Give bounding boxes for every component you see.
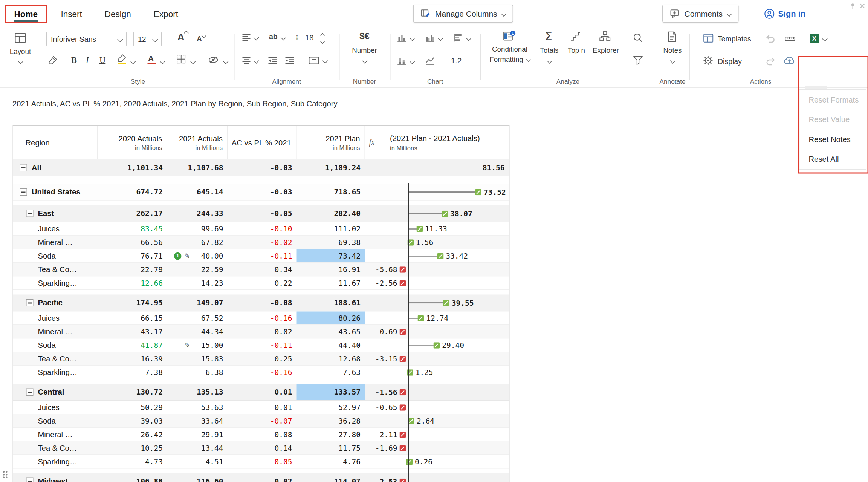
region-label[interactable]: Sparkling…: [38, 458, 78, 466]
region-label[interactable]: Tea & Co…: [38, 444, 77, 453]
cell[interactable]: 33.64: [167, 415, 228, 428]
bold-button[interactable]: B: [71, 55, 77, 65]
cell[interactable]: -0.05: [228, 205, 297, 222]
cell[interactable]: -0.08: [228, 295, 297, 311]
region-label[interactable]: All: [32, 164, 41, 172]
cell[interactable]: East: [13, 205, 98, 222]
cell[interactable]: Sparkling…: [13, 277, 98, 290]
ruler-icon[interactable]: [784, 35, 796, 43]
cell[interactable]: 0.02: [228, 325, 297, 338]
collapse-toggle-icon[interactable]: [26, 478, 34, 482]
cell[interactable]: 52.97: [297, 401, 365, 414]
header-ac-vs-pl[interactable]: AC vs PL % 2021: [228, 126, 297, 159]
cell[interactable]: -0.03: [228, 184, 297, 200]
menubar-tab-insert[interactable]: Insert: [61, 9, 82, 18]
cell[interactable]: 1,107.68: [167, 159, 228, 176]
cell[interactable]: 244.33: [167, 205, 228, 222]
cell[interactable]: 6.38: [167, 366, 228, 379]
cell[interactable]: 99.69: [167, 222, 228, 236]
cell[interactable]: 130.72: [98, 384, 168, 401]
region-label[interactable]: Juices: [38, 314, 60, 323]
chevron-down-icon[interactable]: [822, 36, 828, 41]
region-label[interactable]: Juices: [38, 403, 60, 412]
cell[interactable]: 262.17: [98, 205, 168, 222]
cell[interactable]: -0.10: [228, 222, 297, 236]
cell[interactable]: Juices: [13, 222, 98, 236]
region-label[interactable]: Mineral …: [38, 430, 73, 439]
cell[interactable]: -0.07: [228, 415, 297, 428]
cell[interactable]: 83.45: [98, 222, 168, 236]
cell[interactable]: 0.08: [228, 428, 297, 441]
font-color-button[interactable]: A: [148, 54, 154, 63]
cell[interactable]: 718.65: [297, 184, 365, 200]
region-label[interactable]: Sparkling…: [38, 368, 78, 377]
stacked-chart-icon[interactable]: [397, 56, 407, 66]
clustered-chart-icon[interactable]: [425, 33, 435, 43]
chevron-down-icon[interactable]: [410, 58, 415, 64]
cell[interactable]: 4.73: [98, 455, 168, 468]
cell[interactable]: 645.14: [167, 184, 228, 200]
explorer-icon[interactable]: [599, 31, 611, 41]
cell[interactable]: -0.11: [228, 339, 297, 352]
chevron-down-icon[interactable]: [281, 35, 286, 40]
cell[interactable]: 0.26: [365, 455, 509, 468]
cell[interactable]: 135.13: [167, 384, 228, 401]
header-2021-actuals[interactable]: 2021 Actuals in Millions: [167, 126, 228, 159]
cell[interactable]: Soda: [13, 339, 98, 352]
cell[interactable]: Mineral …: [13, 428, 98, 441]
cell[interactable]: 674.72: [98, 184, 168, 200]
gear-icon[interactable]: [703, 55, 713, 66]
cell[interactable]: 41.87: [98, 339, 168, 352]
chevron-down-icon[interactable]: [254, 35, 259, 40]
row-height-value[interactable]: 18: [305, 34, 314, 42]
cell[interactable]: 1.56: [365, 236, 509, 249]
menubar-tab-design[interactable]: Design: [105, 9, 131, 18]
cell[interactable]: -0.05: [228, 455, 297, 468]
cell[interactable]: -0.11: [228, 249, 297, 263]
cell[interactable]: 0.14: [228, 442, 297, 455]
cell[interactable]: 81.56: [365, 159, 509, 176]
region-label[interactable]: Soda: [38, 417, 56, 425]
cell[interactable]: -0.65: [365, 401, 509, 414]
cell[interactable]: 149.07: [167, 295, 228, 311]
top-n-icon[interactable]: [570, 32, 581, 41]
cell[interactable]: Pacific: [13, 295, 98, 311]
cell[interactable]: 73.52: [365, 184, 509, 200]
drag-handle-icon[interactable]: [3, 471, 10, 479]
grow-font-button[interactable]: A: [177, 32, 188, 43]
sign-in-button[interactable]: Sign in: [764, 5, 805, 23]
menu-item-reset-all[interactable]: Reset All: [800, 149, 866, 169]
cell[interactable]: 44.34: [167, 325, 228, 338]
cell[interactable]: -2.53: [365, 473, 509, 482]
decimal-places-button[interactable]: 1.2: [451, 57, 462, 66]
region-label[interactable]: Mineral …: [38, 238, 73, 247]
cell[interactable]: 4.76: [297, 455, 365, 468]
chevron-down-icon[interactable]: [254, 58, 259, 64]
cell[interactable]: -2.11: [365, 428, 509, 441]
wrap-text-button[interactable]: ab: [269, 32, 278, 41]
highlight-color-icon[interactable]: [118, 54, 127, 62]
cell[interactable]: 36.28: [297, 415, 365, 428]
header-2021-plan[interactable]: 2021 Plan in Millions: [297, 126, 365, 159]
region-label[interactable]: Sparkling…: [38, 279, 78, 288]
text-box-icon[interactable]: [309, 57, 319, 64]
region-label[interactable]: United States: [32, 188, 80, 196]
region-label[interactable]: Midwest: [38, 477, 68, 482]
chevron-down-icon[interactable]: [547, 58, 552, 64]
cell[interactable]: 22.79: [98, 263, 168, 276]
cell[interactable]: 26.42: [98, 428, 168, 441]
cell[interactable]: 0.01: [228, 384, 297, 401]
cell[interactable]: -0.16: [228, 312, 297, 325]
cell[interactable]: 50.29: [98, 401, 168, 414]
display-label[interactable]: Display: [718, 57, 742, 66]
cell[interactable]: -0.03: [228, 159, 297, 176]
header-2020-actuals[interactable]: 2020 Actuals in Millions: [98, 126, 168, 159]
cell[interactable]: 111.02: [297, 222, 365, 236]
chevron-down-icon[interactable]: [362, 58, 368, 64]
layout-icon[interactable]: [14, 32, 27, 44]
underline-button[interactable]: U: [99, 55, 105, 65]
cell[interactable]: Midwest: [13, 473, 98, 482]
cell[interactable]: 11.67: [297, 277, 365, 290]
region-label[interactable]: Central: [38, 388, 64, 396]
cell[interactable]: 66.56: [98, 236, 168, 249]
